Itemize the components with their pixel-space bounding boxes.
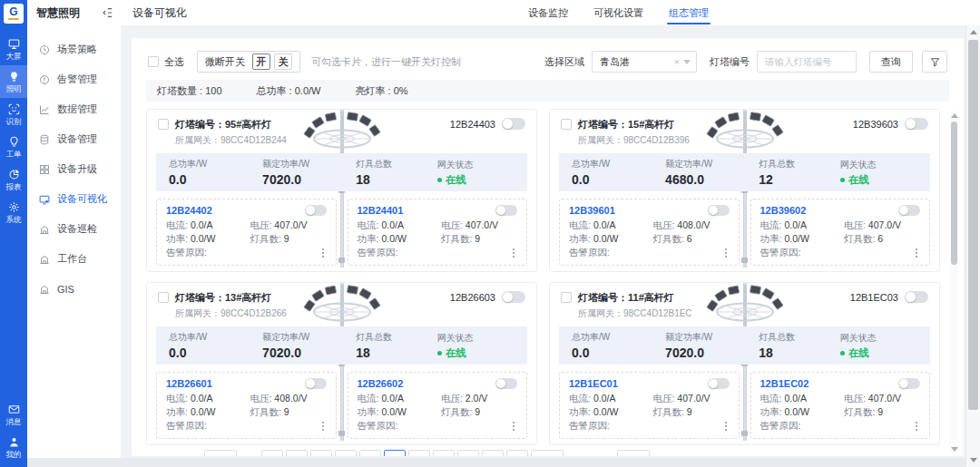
pagination-page[interactable]	[506, 450, 528, 456]
query-button[interactable]: 查询	[869, 51, 913, 73]
branch-light-count: 灯具数:9	[844, 405, 920, 419]
branch-power: 功率:0.0/W	[166, 232, 250, 246]
scroll-down-arrow-icon[interactable]	[970, 458, 977, 462]
device-toggle[interactable]	[905, 291, 928, 303]
sidebar-item-data-management[interactable]: 数据管理	[27, 94, 121, 124]
window-scrollbar[interactable]	[965, 25, 980, 467]
branch-toggle[interactable]	[495, 378, 517, 389]
sidebar-item-alarm-management[interactable]: 告警管理	[27, 64, 121, 94]
sidebar-menu: 场景策略 告警管理 数据管理 设备管理 设备升级 设备可视化 设备巡检 工作台 …	[27, 25, 121, 467]
more-options-icon[interactable]	[319, 247, 327, 259]
branch-power: 功率:0.0/W	[569, 232, 652, 246]
branch-toggle[interactable]	[898, 205, 920, 216]
window-scrollbar-thumb[interactable]	[968, 40, 978, 410]
rail-item-profile[interactable]: 我的	[0, 431, 27, 463]
pagination-next[interactable]	[531, 450, 564, 456]
pagination-page[interactable]	[482, 450, 504, 456]
device-id: 12B26603	[450, 292, 495, 303]
tab-device-monitor[interactable]: 设备监控	[526, 0, 570, 25]
rail-item-workorder[interactable]: 工单	[0, 131, 27, 163]
filter-funnel-button[interactable]	[922, 51, 947, 73]
scroll-down-arrow-icon[interactable]	[951, 447, 958, 452]
status-badge: 在线	[437, 346, 514, 360]
logo-letter: G	[9, 7, 17, 17]
more-options-icon[interactable]	[722, 420, 730, 433]
tower-title: 灯塔编号：13#高杆灯	[175, 291, 287, 305]
sidebar-item-workbench[interactable]: 工作台	[27, 244, 121, 274]
branch-current: 电流:0.0/A	[166, 392, 250, 405]
branch-card: 12B39601 电流:0.0/A 电压:408.0/V 功率:0.0/W 灯具…	[559, 199, 740, 266]
pie-chart-icon	[8, 169, 20, 180]
sidebar-item-device-visualization[interactable]: 设备可视化	[27, 184, 121, 214]
card-checkbox[interactable]	[561, 119, 572, 130]
more-options-icon[interactable]	[510, 420, 517, 433]
tower-number-input[interactable]	[757, 51, 857, 73]
scroll-up-arrow-icon[interactable]	[951, 113, 958, 118]
card-checkbox[interactable]	[158, 292, 169, 303]
cards-scrollbar[interactable]	[950, 111, 958, 454]
branch-current: 电流:0.0/A	[358, 219, 441, 232]
pagination-page[interactable]	[310, 450, 332, 456]
gear-icon	[8, 201, 20, 213]
branch-toggle[interactable]	[898, 378, 920, 389]
device-toggle[interactable]	[502, 118, 525, 130]
pagination-page[interactable]	[286, 450, 308, 456]
select-all-checkbox[interactable]	[148, 56, 159, 67]
region-select[interactable]: 青岛港 ×	[592, 51, 697, 73]
stat-gateway-status: 网关状态 在线	[840, 159, 917, 187]
tab-configuration-management[interactable]: 组态管理	[667, 0, 710, 25]
pagination-jump[interactable]	[617, 450, 650, 456]
branch-metrics: 电流:0.0/A 电压:408.0/V 功率:0.0/W 灯具数:6	[569, 219, 730, 246]
branch-toggle[interactable]	[708, 378, 730, 389]
more-options-icon[interactable]	[510, 247, 517, 259]
pagination-prev[interactable]	[204, 450, 237, 456]
rail-item-reports[interactable]: 报表	[0, 163, 27, 196]
rail-item-lighting[interactable]: 照明	[0, 65, 27, 98]
card-checkbox[interactable]	[561, 292, 572, 303]
app-logo[interactable]: G	[4, 4, 24, 24]
rail-item-recognition[interactable]: 识别	[0, 98, 27, 131]
sidebar-item-gis[interactable]: GIS	[27, 274, 121, 304]
device-toggle[interactable]	[905, 118, 928, 130]
sidebar-item-device-inspection[interactable]: 设备巡检	[27, 214, 121, 244]
breaker-on-button[interactable]: 开	[252, 54, 270, 70]
bottom-strip	[27, 458, 965, 467]
breaker-off-button[interactable]: 关	[274, 54, 292, 70]
more-options-icon[interactable]	[913, 420, 920, 433]
more-options-icon[interactable]	[913, 247, 920, 259]
card-title-block: 灯塔编号：95#高杆灯 所属网关：98CC4D12B244	[175, 118, 287, 147]
tower-title: 灯塔编号：15#高杆灯	[578, 118, 690, 131]
pagination-page-current[interactable]	[384, 450, 406, 456]
cards-scrollbar-thumb[interactable]	[951, 122, 957, 265]
rail-item-bigscreen[interactable]: 大屏	[0, 33, 27, 65]
stat-total-power: 总功率/W 0.0	[169, 158, 262, 187]
rail-item-system[interactable]: 系统	[0, 196, 27, 229]
sidebar-item-device-management[interactable]: 设备管理	[27, 124, 121, 154]
pagination-page[interactable]	[335, 450, 357, 456]
card-checkbox[interactable]	[158, 119, 169, 130]
sidebar-item-device-upgrade[interactable]: 设备升级	[27, 154, 121, 184]
branch-toggle[interactable]	[495, 205, 517, 216]
clear-icon[interactable]: ×	[674, 56, 680, 67]
more-options-icon[interactable]	[722, 247, 730, 259]
pagination-page[interactable]	[433, 450, 455, 456]
device-toggle[interactable]	[502, 291, 525, 303]
sidebar-item-scene-strategy[interactable]: 场景策略	[27, 34, 121, 64]
branch-header: 12B39601	[569, 205, 730, 216]
branch-toggle[interactable]	[708, 205, 730, 216]
card-stats-bar: 总功率/W 0.0 额定功率/W 7020.0 灯具总数 18 网关状态 在线	[156, 326, 527, 365]
pagination-page[interactable]	[261, 450, 283, 456]
branch-current: 电流:0.0/A	[760, 392, 844, 405]
rail-item-messages[interactable]: 消息	[0, 398, 27, 431]
pagination-page[interactable]	[457, 450, 479, 456]
menu-fold-icon[interactable]	[101, 6, 113, 19]
branch-toggle[interactable]	[305, 205, 327, 216]
tab-visualization-settings[interactable]: 可视化设置	[592, 0, 645, 25]
card-stats-bar: 总功率/W 0.0 额定功率/W 7020.0 灯具总数 18 网关状态 在线	[559, 326, 930, 365]
more-options-icon[interactable]	[319, 420, 327, 433]
pagination-page[interactable]	[408, 450, 430, 456]
branch-toggle[interactable]	[305, 378, 327, 389]
scroll-up-arrow-icon[interactable]	[970, 30, 977, 34]
pagination-page[interactable]	[359, 450, 381, 456]
branch-voltage: 电压:2.0/V	[441, 392, 517, 405]
